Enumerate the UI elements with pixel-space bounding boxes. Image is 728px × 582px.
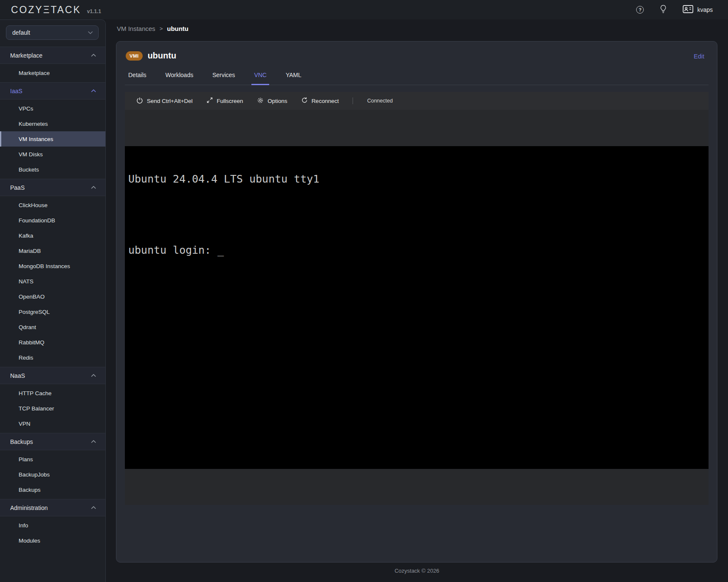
- chevron-up-icon: [91, 186, 96, 189]
- terminal-line: Ubuntu 24.04.4 LTS ubuntu tty1: [128, 173, 709, 185]
- sidebar-section-administration[interactable]: Administration: [0, 499, 105, 516]
- breadcrumb-separator: >: [160, 25, 163, 32]
- project-select-value: default: [12, 29, 30, 36]
- chevron-up-icon: [91, 440, 96, 443]
- send-ctrl-alt-del-button[interactable]: Send Ctrl+Alt+Del: [136, 97, 193, 105]
- sidebar-item-label: RabbitMQ: [19, 339, 44, 346]
- footer-copyright: Cozystack © 2026: [106, 568, 728, 574]
- fullscreen-icon: [207, 97, 213, 105]
- terminal-cursor: _: [218, 244, 224, 256]
- sidebar-section-backups[interactable]: Backups: [0, 433, 105, 450]
- sidebar-item-backups[interactable]: Backups: [0, 482, 105, 497]
- vnc-screen[interactable]: Ubuntu 24.04.4 LTS ubuntu tty1 ubuntu lo…: [125, 146, 709, 469]
- sidebar-item-label: Info: [19, 522, 28, 529]
- section-label: IaaS: [10, 88, 22, 94]
- theme-toggle-button[interactable]: [660, 5, 667, 15]
- sidebar-item-label: Redis: [19, 355, 33, 361]
- user-menu[interactable]: kvaps: [683, 5, 713, 14]
- section-label: Administration: [10, 504, 48, 511]
- vnc-canvas[interactable]: Ubuntu 24.04.4 LTS ubuntu tty1 ubuntu lo…: [125, 110, 709, 505]
- sidebar-item-kubernetes[interactable]: Kubernetes: [0, 116, 105, 131]
- sidebar-item-kafka[interactable]: Kafka: [0, 228, 105, 243]
- gear-icon: [257, 97, 264, 105]
- sidebar-item-marketplace[interactable]: Marketplace: [0, 65, 105, 80]
- vm-instance-card: VMI ubuntu Edit Details Workloads Servic…: [116, 41, 717, 563]
- tab-vnc[interactable]: VNC: [251, 72, 269, 85]
- main-content: VM Instances > ubuntu VMI ubuntu Edit De…: [106, 19, 728, 582]
- chevron-down-icon: [88, 31, 93, 34]
- section-items: Marketplace: [0, 64, 105, 82]
- chevron-up-icon: [91, 506, 96, 509]
- sidebar-item-plans[interactable]: Plans: [0, 452, 105, 467]
- help-button[interactable]: ?: [636, 6, 644, 14]
- sidebar-item-label: VPCs: [19, 105, 33, 112]
- chevron-up-icon: [91, 89, 96, 92]
- sidebar-item-label: TCP Balancer: [19, 405, 54, 412]
- sidebar-section-iaas[interactable]: IaaS: [0, 82, 105, 100]
- sidebar-item-http-cache[interactable]: HTTP Cache: [0, 385, 105, 401]
- sidebar-item-vpcs[interactable]: VPCs: [0, 101, 105, 116]
- sidebar-item-label: VPN: [19, 421, 30, 427]
- sidebar-item-vpn[interactable]: VPN: [0, 416, 105, 431]
- top-bar: COZYΞTACK v1.1.1 ? kvaps: [0, 0, 728, 19]
- sidebar-item-label: Kubernetes: [19, 121, 48, 127]
- user-card-icon: [683, 5, 693, 14]
- sidebar-item-label: OpenBAO: [19, 294, 45, 300]
- sidebar-item-label: MongoDB Instances: [19, 263, 70, 269]
- sidebar-item-tcp-balancer[interactable]: TCP Balancer: [0, 401, 105, 416]
- sidebar-item-label: Plans: [19, 456, 33, 463]
- section-items: Plans BackupJobs Backups: [0, 450, 105, 499]
- sidebar-section-naas[interactable]: NaaS: [0, 367, 105, 384]
- sidebar-item-vm-disks[interactable]: VM Disks: [0, 147, 105, 162]
- sidebar-section-marketplace[interactable]: Marketplace: [0, 47, 105, 64]
- power-icon: [136, 97, 143, 105]
- section-label: Marketplace: [10, 52, 42, 59]
- options-label: Options: [267, 98, 287, 104]
- section-label: PaaS: [10, 184, 25, 191]
- sidebar-item-foundationdb[interactable]: FoundationDB: [0, 213, 105, 228]
- terminal-blank-line: [128, 209, 709, 221]
- sidebar-item-label: FoundationDB: [19, 217, 55, 224]
- tab-details[interactable]: Details: [126, 72, 149, 85]
- tab-workloads[interactable]: Workloads: [163, 72, 196, 85]
- sidebar-item-info[interactable]: Info: [0, 518, 105, 533]
- sidebar-item-postgresql[interactable]: PostgreSQL: [0, 304, 105, 319]
- card-header: VMI ubuntu: [125, 51, 709, 61]
- sidebar: default Marketplace Marketplace IaaS VPC…: [0, 19, 106, 582]
- section-items: HTTP Cache TCP Balancer VPN: [0, 384, 105, 433]
- sidebar-item-nats[interactable]: NATS: [0, 274, 105, 289]
- sidebar-item-backupjobs[interactable]: BackupJobs: [0, 467, 105, 482]
- options-button[interactable]: Options: [257, 97, 287, 105]
- sidebar-item-modules[interactable]: Modules: [0, 533, 105, 548]
- sidebar-item-redis[interactable]: Redis: [0, 350, 105, 365]
- tab-bar: Details Workloads Services VNC YAML: [125, 72, 709, 85]
- lightbulb-icon: [660, 5, 667, 15]
- sidebar-item-label: Backups: [19, 487, 41, 493]
- sidebar-item-label: Kafka: [19, 233, 33, 239]
- sidebar-item-label: HTTP Cache: [19, 390, 52, 396]
- sidebar-item-label: Qdrant: [19, 324, 36, 330]
- edit-button[interactable]: Edit: [691, 53, 707, 60]
- topbar-actions: ? kvaps: [636, 5, 713, 15]
- sidebar-section-paas[interactable]: PaaS: [0, 179, 105, 196]
- sidebar-item-mariadb[interactable]: MariaDB: [0, 243, 105, 258]
- sidebar-item-mongodb-instances[interactable]: MongoDB Instances: [0, 258, 105, 274]
- sidebar-item-buckets[interactable]: Buckets: [0, 162, 105, 177]
- sidebar-item-label: Modules: [19, 538, 40, 544]
- project-select[interactable]: default: [6, 25, 99, 40]
- send-ctrl-alt-del-label: Send Ctrl+Alt+Del: [147, 98, 193, 104]
- sidebar-item-rabbitmq[interactable]: RabbitMQ: [0, 335, 105, 350]
- sidebar-item-clickhouse[interactable]: ClickHouse: [0, 197, 105, 213]
- app-version: v1.1.1: [87, 8, 101, 14]
- breadcrumb-vm-instances[interactable]: VM Instances: [117, 25, 155, 32]
- reconnect-button[interactable]: Reconnect: [301, 97, 339, 105]
- sidebar-item-label: PostgreSQL: [19, 309, 50, 315]
- page-title: ubuntu: [148, 51, 176, 61]
- sidebar-item-qdrant[interactable]: Qdrant: [0, 319, 105, 335]
- vmi-badge: VMI: [126, 51, 143, 61]
- sidebar-item-vm-instances[interactable]: VM Instances: [0, 131, 105, 147]
- tab-services[interactable]: Services: [210, 72, 238, 85]
- sidebar-item-openbao[interactable]: OpenBAO: [0, 289, 105, 304]
- fullscreen-button[interactable]: Fullscreen: [207, 97, 243, 105]
- tab-yaml[interactable]: YAML: [283, 72, 304, 85]
